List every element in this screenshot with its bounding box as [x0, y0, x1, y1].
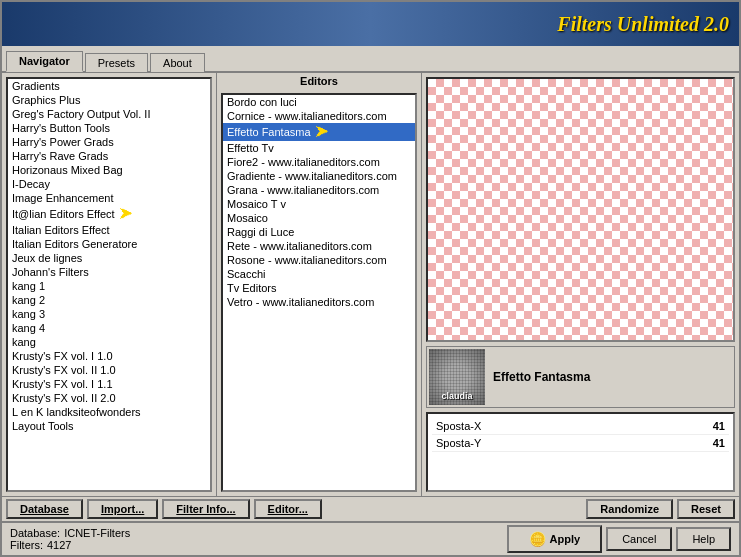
list-item[interactable]: Layout Tools — [8, 419, 210, 433]
filters-label: Filters: — [10, 539, 43, 551]
thumbnail-label: claudia — [429, 391, 485, 401]
list-item[interactable]: Harry's Power Grads — [8, 135, 210, 149]
list-item-italianeditors[interactable]: It@lian Editors Effect ⮞ — [8, 205, 210, 223]
status-actions: 🪙 Apply Cancel Help — [507, 525, 731, 553]
list-item[interactable]: Harry's Rave Grads — [8, 149, 210, 163]
arrow-icon: ⮞ — [315, 124, 329, 140]
reset-button[interactable]: Reset — [677, 499, 735, 519]
randomize-button[interactable]: Randomize — [586, 499, 673, 519]
list-item[interactable]: kang — [8, 335, 210, 349]
effect-item[interactable]: Mosaico T v — [223, 197, 415, 211]
help-button[interactable]: Help — [676, 527, 731, 551]
tab-bar: Navigator Presets About — [2, 46, 739, 73]
effect-item[interactable]: Rete - www.italianeditors.com — [223, 239, 415, 253]
app-title: Filters Unlimited 2.0 — [557, 13, 729, 36]
category-list[interactable]: Gradients Graphics Plus Greg's Factory O… — [6, 77, 212, 492]
list-item[interactable]: Krusty's FX vol. I 1.1 — [8, 377, 210, 391]
left-panel: Gradients Graphics Plus Greg's Factory O… — [2, 73, 217, 496]
effect-item[interactable]: Grana - www.italianeditors.com — [223, 183, 415, 197]
params-area: Sposta-X 41 Sposta-Y 41 — [426, 412, 735, 492]
list-item[interactable]: Italian Editors Generatore — [8, 237, 210, 251]
database-value: ICNET-Filters — [64, 527, 130, 539]
right-panel: claudia Effetto Fantasma Sposta-X 41 Spo… — [422, 73, 739, 496]
list-item[interactable]: Krusty's FX vol. II 2.0 — [8, 391, 210, 405]
database-label: Database: — [10, 527, 60, 539]
list-item[interactable]: kang 2 — [8, 293, 210, 307]
title-bar: Filters Unlimited 2.0 — [2, 2, 739, 46]
list-item[interactable]: Harry's Button Tools — [8, 121, 210, 135]
list-item[interactable]: Image Enhancement — [8, 191, 210, 205]
list-item[interactable]: Greg's Factory Output Vol. II — [8, 107, 210, 121]
list-item[interactable]: Horizonaus Mixed Bag — [8, 163, 210, 177]
list-item[interactable]: Gradients — [8, 79, 210, 93]
filter-info-button[interactable]: Filter Info... — [162, 499, 249, 519]
main-content: Gradients Graphics Plus Greg's Factory O… — [2, 73, 739, 496]
database-button[interactable]: Database — [6, 499, 83, 519]
filters-value: 4127 — [47, 539, 71, 551]
editor-button[interactable]: Editor... — [254, 499, 322, 519]
list-item[interactable]: Jeux de lignes — [8, 251, 210, 265]
param-row: Sposta-X 41 — [432, 418, 729, 435]
effects-list[interactable]: Bordo con luci Cornice - www.italianedit… — [221, 93, 417, 492]
tab-about[interactable]: About — [150, 53, 205, 72]
list-item[interactable]: kang 1 — [8, 279, 210, 293]
arrow-icon: ⮞ — [119, 206, 133, 222]
status-info: Database: ICNET-Filters Filters: 4127 — [10, 527, 507, 551]
list-item[interactable]: Johann's Filters — [8, 265, 210, 279]
effect-item[interactable]: Vetro - www.italianeditors.com — [223, 295, 415, 309]
status-bar: Database: ICNET-Filters Filters: 4127 🪙 … — [2, 521, 739, 555]
editors-header: Editors — [217, 73, 421, 89]
effect-item[interactable]: Raggi di Luce — [223, 225, 415, 239]
effect-item[interactable]: Effetto Tv — [223, 141, 415, 155]
apply-button[interactable]: 🪙 Apply — [507, 525, 603, 553]
main-window: Filters Unlimited 2.0 Navigator Presets … — [0, 0, 741, 557]
list-item[interactable]: kang 3 — [8, 307, 210, 321]
param-name-spostagex: Sposta-X — [436, 420, 481, 432]
list-item[interactable]: L en K landksiteofwonders — [8, 405, 210, 419]
tab-presets[interactable]: Presets — [85, 53, 148, 72]
list-item[interactable]: Krusty's FX vol. I 1.0 — [8, 349, 210, 363]
effect-item[interactable]: Fiore2 - www.italianeditors.com — [223, 155, 415, 169]
import-button[interactable]: Import... — [87, 499, 158, 519]
coin-icon: 🪙 — [529, 531, 546, 547]
param-value-spostagex: 41 — [713, 420, 725, 432]
effect-item[interactable]: Mosaico — [223, 211, 415, 225]
effect-item-effetto-fantasma[interactable]: Effetto Fantasma ⮞ — [223, 123, 415, 141]
param-row: Sposta-Y 41 — [432, 435, 729, 452]
list-item[interactable]: I-Decay — [8, 177, 210, 191]
effect-item[interactable]: Tv Editors — [223, 281, 415, 295]
cancel-button[interactable]: Cancel — [606, 527, 672, 551]
param-name-spostagey: Sposta-Y — [436, 437, 481, 449]
list-item[interactable]: Graphics Plus — [8, 93, 210, 107]
bottom-toolbar: Database Import... Filter Info... Editor… — [2, 496, 739, 521]
effect-item[interactable]: Cornice - www.italianeditors.com — [223, 109, 415, 123]
middle-panel: Editors Bordo con luci Cornice - www.ita… — [217, 73, 422, 496]
effect-preview: claudia Effetto Fantasma — [426, 346, 735, 408]
effect-item[interactable]: Gradiente - www.italianeditors.com — [223, 169, 415, 183]
effect-item[interactable]: Scacchi — [223, 267, 415, 281]
list-item[interactable]: Italian Editors Effect — [8, 223, 210, 237]
effect-thumbnail: claudia — [429, 349, 485, 405]
effect-item[interactable]: Rosone - www.italianeditors.com — [223, 253, 415, 267]
list-item[interactable]: Krusty's FX vol. II 1.0 — [8, 363, 210, 377]
tab-navigator[interactable]: Navigator — [6, 51, 83, 72]
preview-area — [426, 77, 735, 342]
param-value-spostagey: 41 — [713, 437, 725, 449]
effect-name: Effetto Fantasma — [485, 366, 598, 388]
effect-item[interactable]: Bordo con luci — [223, 95, 415, 109]
list-item[interactable]: kang 4 — [8, 321, 210, 335]
